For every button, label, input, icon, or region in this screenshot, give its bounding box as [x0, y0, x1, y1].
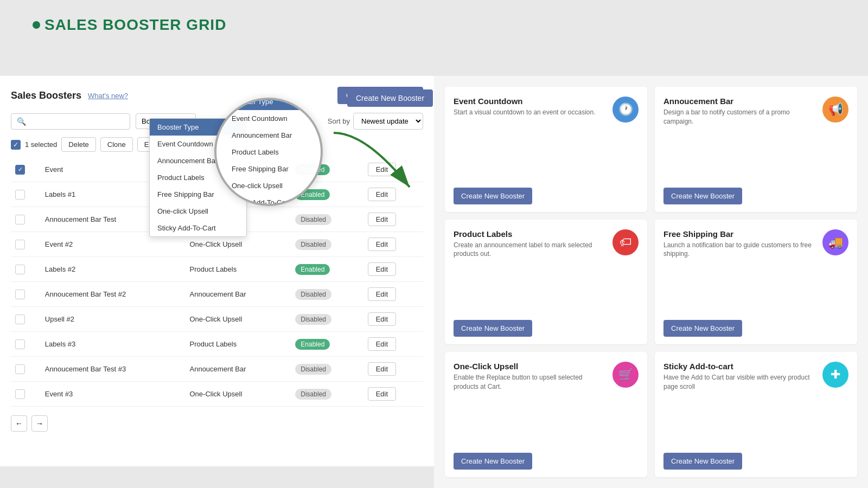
- search-icon: 🔍: [17, 117, 26, 126]
- table-row: Upsell #2 One-Click Upsell Disabled Edit: [11, 307, 423, 332]
- magnified-dropdown-item[interactable]: One-click Upsell: [224, 177, 313, 194]
- edit-button[interactable]: Edit: [368, 387, 396, 401]
- magnifier-create-button[interactable]: Create New Booster: [347, 89, 433, 107]
- booster-card-name: Free Shipping Bar: [663, 229, 816, 239]
- booster-card-top: Event Countdown Start a visual countdown…: [454, 97, 639, 123]
- table-row: Annoucement Bar Test #2 Annoucement Bar …: [11, 282, 423, 307]
- status-badge: Disabled: [295, 239, 331, 250]
- booster-card: Product Labels Create an announcement la…: [445, 220, 647, 345]
- booster-card-desc: Design a bar to notify customers of a pr…: [663, 108, 816, 126]
- magnified-dropdown-item[interactable]: Announcement Bar: [224, 127, 313, 144]
- search-input-wrap: 🔍: [11, 113, 130, 130]
- row-type: Product Labels: [186, 332, 291, 357]
- row-name: Labels #2: [41, 257, 186, 282]
- edit-button[interactable]: Edit: [368, 237, 396, 251]
- booster-card-icon: ✚: [822, 362, 848, 388]
- edit-button[interactable]: Edit: [368, 362, 396, 376]
- row-type: Product Labels: [186, 257, 291, 282]
- search-input[interactable]: [29, 117, 122, 125]
- booster-card-desc: Start a visual countdown to an event or …: [454, 108, 606, 117]
- booster-card: Sticky Add-to-cart Have the Add to Cart …: [655, 352, 857, 477]
- row-checkbox[interactable]: [15, 389, 25, 399]
- row-name: Event #3: [41, 382, 186, 407]
- booster-card-create-button[interactable]: Create New Booster: [663, 453, 742, 470]
- arrow-indicator: [323, 127, 442, 198]
- booster-card-name: Product Labels: [454, 229, 606, 239]
- booster-card-top: Product Labels Create an announcement la…: [454, 229, 639, 259]
- status-badge: Enabled: [295, 264, 330, 275]
- row-checkbox[interactable]: [15, 240, 25, 249]
- booster-card-name: Sticky Add-to-cart: [663, 362, 816, 371]
- dropdown-item[interactable]: One-click Upsell: [150, 203, 246, 220]
- booster-card-info: Free Shipping Bar Launch a notification …: [663, 229, 816, 259]
- select-all-checkbox[interactable]: [11, 140, 21, 150]
- delete-button[interactable]: Delete: [61, 137, 96, 152]
- row-checkbox[interactable]: [15, 190, 25, 200]
- edit-button[interactable]: Edit: [368, 262, 396, 276]
- booster-card-create-button[interactable]: Create New Booster: [454, 320, 532, 337]
- status-badge: Disabled: [295, 289, 331, 300]
- pagination-row: ← →: [11, 415, 423, 432]
- edit-button[interactable]: Edit: [368, 213, 396, 226]
- row-name: Annoucement Bar Test #2: [41, 282, 186, 307]
- sort-label: Sort by: [328, 117, 350, 125]
- edit-button[interactable]: Edit: [368, 312, 396, 326]
- booster-card: Free Shipping Bar Launch a notification …: [655, 220, 857, 345]
- right-panel: Event Countdown Start a visual countdown…: [434, 76, 868, 488]
- magnified-dropdown-item[interactable]: Event Countdown: [224, 110, 313, 127]
- booster-card-top: One-Click Upsell Enable the Replace butt…: [454, 362, 639, 391]
- booster-card-create-button[interactable]: Create New Booster: [663, 188, 742, 204]
- booster-card-icon: 🛒: [612, 362, 639, 388]
- magnified-dropdown-item[interactable]: Product Labels: [224, 144, 313, 160]
- row-name: Upsell #2: [41, 307, 186, 332]
- booster-card: Annoucement Bar Design a bar to notify c…: [655, 87, 857, 212]
- booster-card-create-button[interactable]: Create New Booster: [663, 320, 742, 337]
- annotation-dot: [33, 21, 40, 29]
- row-checkbox[interactable]: [15, 314, 25, 324]
- row-name: Annoucement Bar Test #3: [41, 357, 186, 382]
- row-checkbox[interactable]: [15, 165, 25, 175]
- row-type: Annoucement Bar: [186, 357, 291, 382]
- panel-title: Sales Boosters: [11, 90, 81, 101]
- whats-new-link[interactable]: What's new?: [88, 92, 128, 100]
- row-checkbox[interactable]: [15, 215, 25, 224]
- row-type: One-Click Upsell: [186, 307, 291, 332]
- booster-card-info: Annoucement Bar Design a bar to notify c…: [663, 97, 816, 126]
- row-checkbox[interactable]: [15, 364, 25, 374]
- booster-card-icon: 📢: [822, 97, 848, 123]
- selected-count: 1 selected: [25, 140, 57, 149]
- panel-title-group: Sales Boosters What's new?: [11, 90, 128, 101]
- booster-card: One-Click Upsell Enable the Replace butt…: [445, 352, 647, 477]
- magnifier-circle: Booster TypeEvent CountdownAnnouncement …: [214, 98, 323, 206]
- table-row: Labels #2 Product Labels Enabled Edit: [11, 257, 423, 282]
- top-annotation: SALES BOOSTER GRID: [33, 16, 226, 34]
- edit-button[interactable]: Edit: [368, 337, 396, 351]
- row-type: One-Click Upsell: [186, 382, 291, 407]
- dropdown-item[interactable]: Sticky Add-To-Cart: [150, 220, 246, 236]
- booster-card-name: Event Countdown: [454, 97, 606, 106]
- row-checkbox[interactable]: [15, 265, 25, 274]
- status-badge: Disabled: [295, 314, 331, 325]
- booster-card-info: Sticky Add-to-cart Have the Add to Cart …: [663, 362, 816, 391]
- booster-card-top: Annoucement Bar Design a bar to notify c…: [663, 97, 848, 126]
- edit-button[interactable]: Edit: [368, 287, 396, 301]
- booster-card-create-button[interactable]: Create New Booster: [454, 188, 532, 204]
- booster-card-create-button[interactable]: Create New Booster: [454, 453, 532, 470]
- status-badge: Disabled: [295, 364, 331, 375]
- booster-card-icon: 🕐: [612, 97, 639, 123]
- magnified-dropdown-item[interactable]: Free Shipping Bar: [224, 160, 313, 177]
- booster-card-top: Sticky Add-to-cart Have the Add to Cart …: [663, 362, 848, 391]
- row-type: Annoucement Bar: [186, 282, 291, 307]
- row-checkbox[interactable]: [15, 290, 25, 299]
- row-checkbox[interactable]: [15, 339, 25, 349]
- booster-card-desc: Create an announcement label to mark sel…: [454, 241, 606, 259]
- booster-card-desc: Launch a notification bar to guide custo…: [663, 241, 816, 259]
- next-page-button[interactable]: →: [31, 415, 48, 432]
- prev-page-button[interactable]: ←: [11, 415, 27, 432]
- booster-card-info: Event Countdown Start a visual countdown…: [454, 97, 606, 117]
- row-name: Labels #3: [41, 332, 186, 357]
- clone-button[interactable]: Clone: [100, 137, 133, 152]
- booster-card-icon: 🚚: [822, 229, 848, 255]
- status-badge: Disabled: [295, 389, 331, 400]
- booster-card-name: Annoucement Bar: [663, 97, 816, 106]
